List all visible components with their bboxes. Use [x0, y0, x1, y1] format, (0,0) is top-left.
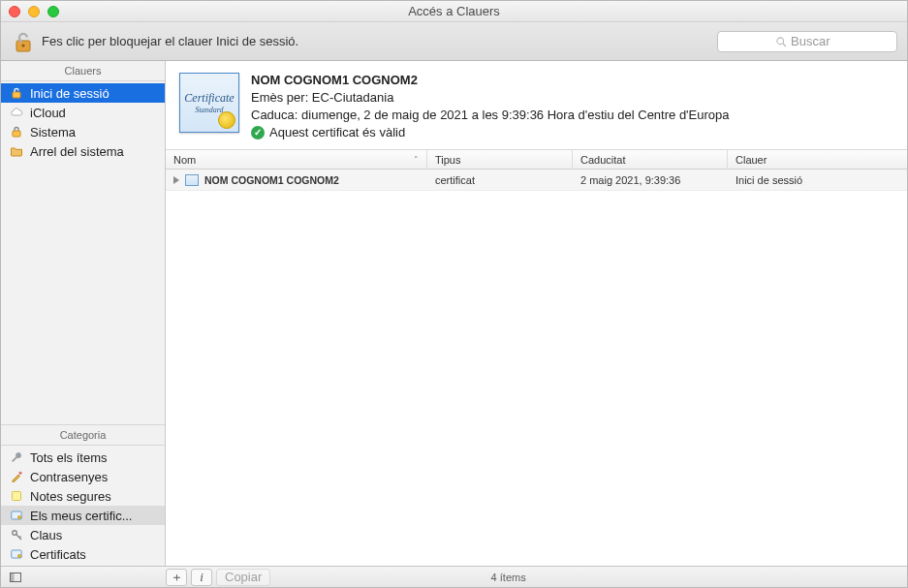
sidebar-category-all[interactable]: Tots els ítems — [1, 448, 165, 467]
close-window-button[interactable] — [9, 6, 20, 17]
certificate-thumbnail-icon: Certificate Standard — [179, 73, 239, 133]
window-title: Accés a Clauers — [1, 4, 907, 18]
column-label: Tipus — [435, 154, 461, 166]
sidebar-keychain-icloud[interactable]: iCloud — [1, 103, 165, 122]
sort-asc-icon: ˄ — [414, 155, 419, 165]
sidebar-item-label: Tots els ítems — [30, 450, 107, 465]
certificate-issuer: Emès per: EC-Ciutadania — [251, 90, 730, 105]
sidebar-keychains-section: Clauers Inici de sessió iCloud — [1, 61, 165, 163]
certificate-expiry: Caduca: diumenge, 2 de maig de 2021 a le… — [251, 108, 730, 122]
sidebar-item-label: Sistema — [30, 125, 76, 139]
sidebar-item-label: Arrel del sistema — [30, 144, 124, 159]
minimize-window-button[interactable] — [28, 6, 40, 17]
sidebar-keychain-system-roots[interactable]: Arrel del sistema — [1, 141, 165, 161]
table-row[interactable]: NOM COGNOM1 COGNOM2 certificat 2 maig 20… — [166, 170, 907, 191]
sidebar-category-keys[interactable]: Claus — [1, 525, 165, 544]
certificate-table: Nom ˄ Tipus Caducitat Clauer — [166, 149, 907, 566]
info-button[interactable]: i — [191, 569, 212, 586]
sidebar-item-label: iCloud — [30, 106, 66, 120]
sidebar-item-label: Contrasenyes — [30, 470, 108, 484]
copy-label: Copiar — [225, 570, 262, 584]
table-body[interactable]: NOM COGNOM1 COGNOM2 certificat 2 maig 20… — [166, 170, 907, 566]
key-icon — [9, 527, 24, 542]
cert-thumb-line1: Certificate — [184, 91, 234, 106]
sidebar-category-certificates[interactable]: Certificats — [1, 544, 165, 564]
column-header-name[interactable]: Nom ˄ — [166, 150, 427, 169]
seal-icon — [218, 111, 235, 129]
sidebar-item-label: Claus — [30, 528, 62, 542]
item-count: 4 ítems — [276, 572, 740, 583]
certificate-icon — [9, 508, 24, 523]
svg-rect-5 — [13, 131, 20, 137]
table-header: Nom ˄ Tipus Caducitat Clauer — [166, 150, 907, 170]
note-icon — [9, 488, 24, 504]
lock-open-icon — [11, 29, 36, 54]
column-header-type[interactable]: Tipus — [427, 150, 573, 169]
zoom-window-button[interactable] — [47, 6, 59, 17]
lock-keychain-area[interactable]: Fes clic per bloquejar el clauer Inici d… — [11, 29, 298, 54]
sidebar-keychain-system[interactable]: Sistema — [1, 122, 165, 141]
column-label: Nom — [173, 154, 196, 166]
folder-icon — [9, 143, 24, 159]
column-header-keychain[interactable]: Clauer — [728, 150, 907, 169]
copy-button[interactable]: Copiar — [216, 569, 270, 586]
sidebar-category-passwords[interactable]: Contrasenyes — [1, 467, 165, 486]
sidebar-category-my-certificates[interactable]: Els meus certific... — [1, 506, 165, 525]
search-icon — [775, 36, 787, 47]
cert-thumb-line2: Standard — [195, 106, 223, 114]
svg-rect-7 — [13, 492, 21, 501]
sidebar-category-secure-notes[interactable]: Notes segures — [1, 486, 165, 506]
search-field[interactable] — [717, 31, 897, 52]
window-controls — [9, 6, 59, 17]
cell-keychain: Inici de sessió — [736, 174, 802, 186]
certificate-name: NOM COGNOM1 COGNOM2 — [251, 73, 730, 87]
column-header-expiry[interactable]: Caducitat — [573, 150, 728, 169]
expand-sidebar-button[interactable] — [7, 569, 24, 586]
sidebar-keychains-header: Clauers — [1, 61, 165, 81]
sidebar-item-label: Certificats — [30, 547, 86, 562]
svg-point-9 — [18, 516, 21, 519]
certificate-detail: Certificate Standard NOM COGNOM1 COGNOM2… — [166, 61, 907, 149]
sidebar-item-label: Notes segures — [30, 489, 111, 504]
cell-type: certificat — [435, 174, 475, 186]
search-input[interactable] — [791, 34, 839, 48]
toolbar: Fes clic per bloquejar el clauer Inici d… — [1, 22, 907, 61]
svg-rect-4 — [13, 92, 20, 98]
sidebar-keychain-login[interactable]: Inici de sessió — [1, 83, 165, 103]
lock-hint-text: Fes clic per bloquejar el clauer Inici d… — [42, 34, 298, 48]
add-button[interactable]: ＋ — [166, 569, 187, 586]
certificate-icon — [185, 174, 199, 186]
lock-open-icon — [9, 85, 24, 101]
certificate-valid-status: ✓ Aquest certificat és vàlid — [251, 125, 730, 139]
column-label: Caducitat — [580, 154, 625, 166]
wrench-icon — [9, 449, 24, 465]
content-area: Certificate Standard NOM COGNOM1 COGNOM2… — [166, 61, 907, 566]
key-pencil-icon — [9, 469, 24, 484]
cloud-icon — [9, 105, 24, 120]
sidebar-category-section: Categoria Tots els ítems Contrasenyes — [1, 424, 165, 566]
svg-line-3 — [783, 43, 786, 46]
sidebar-category-header: Categoria — [1, 425, 165, 446]
column-label: Clauer — [736, 154, 767, 166]
footer: ＋ i Copiar 4 ítems — [1, 566, 907, 587]
cell-expiry: 2 maig 2021, 9:39:36 — [580, 174, 680, 186]
check-circle-icon: ✓ — [251, 126, 265, 139]
sidebar-item-label: Els meus certific... — [30, 509, 132, 523]
svg-rect-14 — [11, 573, 15, 581]
main-split: Clauers Inici de sessió iCloud — [1, 61, 907, 566]
certificate-icon — [9, 546, 24, 562]
titlebar: Accés a Clauers — [1, 1, 907, 22]
svg-point-12 — [18, 555, 21, 558]
cell-name: NOM COGNOM1 COGNOM2 — [204, 174, 339, 186]
certificate-valid-label: Aquest certificat és vàlid — [269, 125, 405, 139]
disclosure-triangle-icon[interactable] — [173, 176, 179, 184]
svg-point-6 — [19, 472, 22, 475]
svg-point-1 — [21, 44, 24, 46]
sidebar: Clauers Inici de sessió iCloud — [1, 61, 166, 566]
sidebar-item-label: Inici de sessió — [30, 86, 110, 101]
lock-icon — [9, 124, 24, 139]
